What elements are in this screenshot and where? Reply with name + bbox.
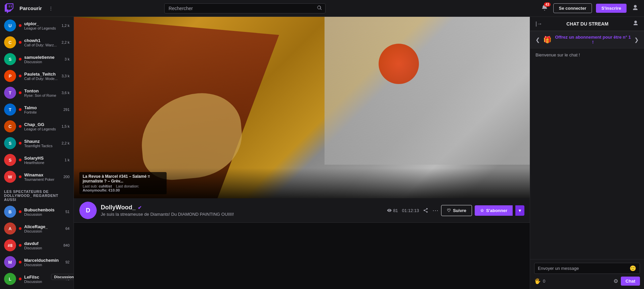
sidebar-streamer-name: Bubuchenbois (24, 207, 63, 212)
sidebar-viewers: 3 k (65, 57, 70, 61)
nav-right: 43 Se connecter S'inscrire (540, 3, 640, 13)
sidebar-avatar: B (4, 206, 16, 218)
sidebar-item-chap_gg[interactable]: C Chap_GG League of Legends 1,5 k (1, 118, 72, 134)
channel-name-text: DollyWood_ (101, 204, 136, 211)
sidebar-avatar: S (4, 137, 16, 149)
subscribe-button[interactable]: ☆ S'abonner (475, 205, 513, 216)
sidebar-also-item-davduf[interactable]: #8 davduf Discussion 840 (1, 237, 72, 253)
sidebar-viewers: 1,5 k (61, 124, 70, 128)
sidebar-item-winamax[interactable]: W Winamax Tournament Poker 200 (1, 169, 72, 185)
subscribe-caret-button[interactable]: ▾ (515, 205, 524, 216)
sidebar-game: Discussion (24, 212, 63, 216)
sidebar-info: Talmo Fortnite (24, 105, 61, 114)
points-icon: 🖐 (534, 278, 541, 284)
sidebar-streamer-name: Tonton (24, 88, 59, 93)
notifications-button[interactable]: 43 (540, 3, 549, 13)
follow-button[interactable]: ♡ Suivre (441, 205, 472, 216)
chat-message-input[interactable] (538, 266, 627, 271)
sidebar-avatar: L (4, 273, 16, 285)
chat-gift-banner: ❮ 🎁 Offrez un abonnement pour être n° 1 … (530, 31, 644, 48)
sidebar-also-item-bubuchenbois[interactable]: B Bubuchenbois Discussion 51 (1, 204, 72, 220)
login-button[interactable]: Se connecter (553, 3, 592, 13)
live-dot (19, 261, 22, 263)
chat-panel-title: CHAT DU STREAM (542, 21, 633, 27)
gift-icon: 🎁 (543, 36, 552, 44)
live-dot (19, 75, 22, 77)
share-button[interactable] (423, 208, 428, 213)
sidebar-also-watching: B Bubuchenbois Discussion 51 A AliceRage… (0, 203, 74, 288)
browse-label[interactable]: Parcourir (19, 5, 42, 11)
sidebar-also-item-lefilsc[interactable]: L LeFilscDiscussion Discussion 73 (1, 271, 72, 287)
sidebar-avatar: C (4, 120, 16, 132)
video-overlay: La Revue à Marcel #341 – Salamé = journa… (74, 168, 530, 198)
sidebar-game: Tournament Poker (24, 177, 61, 181)
star-icon: ☆ (480, 208, 484, 213)
send-chat-button[interactable]: Chat (621, 277, 640, 286)
sidebar-viewers: 51 (66, 210, 70, 214)
sidebar-viewers: 2,2 k (61, 141, 70, 145)
notification-badge: 43 (544, 2, 550, 7)
viewers-stat: 81 (387, 208, 398, 213)
chat-settings-button[interactable]: ⚙ (613, 278, 618, 284)
channel-info: DollyWood_ ✔ Je suis la streameuse de Di… (101, 204, 380, 217)
chat-panel: |→ CHAT DU STREAM ❮ 🎁 Offrez un abonneme… (530, 17, 644, 289)
sidebar-info: Chap_GG League of Legends (24, 122, 59, 131)
chat-bottom-row: 🖐 0 ⚙ Chat (534, 277, 640, 286)
sidebar-viewers: 64 (66, 226, 70, 231)
twitch-logo[interactable] (4, 3, 14, 13)
sidebar-item-shaunz[interactable]: S Shaunz Teamfight Tactics 2,2 k (1, 135, 72, 151)
verified-icon: ✔ (138, 205, 142, 210)
live-dot (19, 244, 22, 247)
sidebar-streamer-name: davduf (24, 241, 61, 246)
channel-stats: 81 01:12:13 ⋯ (387, 207, 438, 214)
sidebar-avatar: S (4, 53, 16, 65)
last-donation-value: Anonymoufle: €10.00 (83, 188, 120, 192)
channel-avatar: D (79, 202, 97, 219)
chat-user-settings-button[interactable] (633, 20, 639, 27)
content-area: La Revue à Marcel #341 – Salamé = journa… (74, 17, 530, 289)
show-less-button[interactable]: Afficher moins (0, 288, 74, 289)
video-player[interactable]: La Revue à Marcel #341 – Salamé = journa… (74, 17, 530, 198)
sidebar-item-chowh1[interactable]: C chowh1 Call of Duty: Warz... 2,2 k (1, 34, 72, 50)
sidebar-viewers: 1 k (65, 158, 70, 162)
more-options-button[interactable]: ⋯ (432, 207, 438, 214)
sidebar-game: Call of Duty: Mode... (24, 77, 59, 81)
emoji-button[interactable]: 🙂 (630, 265, 636, 272)
sidebar-item-utplor_[interactable]: U utplor_ League of Legends 1,2 k (1, 17, 72, 34)
sidebar-item-tonton[interactable]: T Tonton Ryse: Son of Rome 3,6 k (1, 85, 72, 101)
sidebar-also-item-alicerage_[interactable]: A AliceRage_ Discussion 64 (1, 220, 72, 237)
sidebar-streamer-name: Winamax (24, 172, 61, 177)
sidebar-avatar: P (4, 70, 16, 82)
sidebar-info: chowh1 Call of Duty: Warz... (24, 38, 59, 47)
sidebar-item-solaryhs[interactable]: S SolaryHS Hearthstone 1 k (1, 152, 72, 168)
gift-prev-button[interactable]: ❮ (535, 37, 540, 43)
user-icon-button[interactable] (631, 3, 640, 13)
sidebar-item-talmo[interactable]: T Talmo Fortnite 291 (1, 101, 72, 118)
sidebar-also-item-marcelduchemin[interactable]: M Marcelduchemin Discussion 92 (1, 254, 72, 270)
main-layout: U utplor_ League of Legends 1,2 k C chow… (0, 17, 644, 289)
search-icon (317, 5, 322, 11)
collapse-chat-button[interactable]: |→ (535, 21, 542, 27)
signup-button[interactable]: S'inscrire (596, 4, 627, 13)
sidebar-streamer-name: SolaryHS (24, 156, 62, 161)
sidebar-info: Shaunz Teamfight Tactics (24, 139, 59, 148)
nav-more-button[interactable]: ⋮ (47, 4, 54, 12)
live-dot (19, 278, 22, 280)
live-dot (19, 91, 22, 94)
sidebar-info: Marcelduchemin Discussion (24, 258, 63, 267)
sidebar-streamers: U utplor_ League of Legends 1,2 k C chow… (0, 17, 74, 185)
sidebar-item-pauleta_twitch[interactable]: P Pauleta_Twitch Call of Duty: Mode... 3… (1, 68, 72, 84)
sidebar-avatar: M (4, 256, 16, 268)
sidebar-info: Tonton Ryse: Son of Rome (24, 88, 59, 97)
sidebar-viewers: 1,2 k (61, 24, 70, 28)
live-dot (19, 41, 22, 44)
search-input[interactable] (164, 3, 326, 13)
sidebar-avatar: A (4, 222, 16, 235)
gift-next-button[interactable]: ❯ (634, 37, 639, 43)
sidebar-item-samueletienne[interactable]: S samueletienne Discussion 3 k (1, 51, 72, 67)
live-dot (19, 24, 22, 27)
gift-banner-text[interactable]: Offrez un abonnement pour être n° 1 ! (555, 35, 631, 45)
live-dot (19, 58, 22, 60)
duration-stat: 01:12:13 (402, 208, 419, 213)
also-watching-title: LES SPECTATEURS DE DOLLYWOOD_ REGARDENT … (0, 185, 74, 203)
